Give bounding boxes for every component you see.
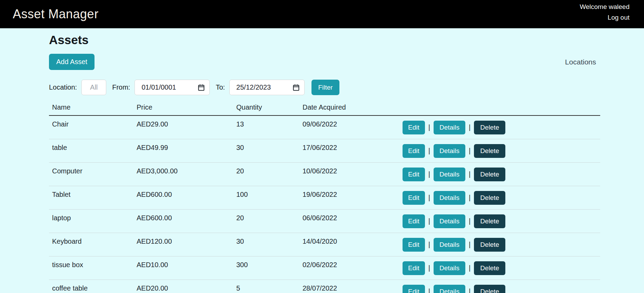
top-nav: Asset Manager Welcome waleed Log out	[0, 0, 644, 28]
delete-button[interactable]: Delete	[474, 144, 505, 158]
table-row: Chair AED29.00 13 09/06/2022 Edit | Deta…	[49, 116, 600, 139]
action-separator: |	[428, 241, 430, 249]
edit-button[interactable]: Edit	[403, 238, 425, 252]
cell-price: AED600.00	[133, 210, 233, 233]
edit-button[interactable]: Edit	[403, 168, 425, 181]
add-asset-button[interactable]: Add Asset	[49, 54, 95, 70]
location-select[interactable]: All	[81, 80, 106, 95]
cell-quantity: 20	[233, 210, 299, 233]
action-separator: |	[428, 170, 430, 178]
table-row: table AED49.99 30 17/06/2022 Edit | Deta…	[49, 139, 600, 163]
edit-button[interactable]: Edit	[403, 191, 425, 205]
table-header-row: Name Price Quantity Date Acquired	[49, 103, 600, 116]
cell-price: AED29.00	[133, 116, 233, 139]
row-actions: Edit | Details | Delete	[403, 280, 600, 293]
cell-name: Computer	[49, 163, 133, 186]
edit-button[interactable]: Edit	[403, 144, 425, 158]
cell-quantity: 100	[233, 186, 299, 209]
cell-name: Tablet	[49, 186, 133, 209]
table-row: laptop AED600.00 20 06/06/2022 Edit | De…	[49, 210, 600, 233]
action-separator: |	[428, 264, 430, 272]
cell-date-acquired: 09/06/2022	[299, 116, 403, 139]
cell-quantity: 30	[233, 139, 299, 162]
action-separator: |	[428, 123, 430, 131]
filter-bar: Location: All From: 01/01/0001 To: 25/12…	[49, 80, 600, 95]
table-row: Computer AED3,000.00 20 10/06/2022 Edit …	[49, 163, 600, 186]
cell-date-acquired: 02/06/2022	[299, 256, 403, 280]
edit-button[interactable]: Edit	[403, 261, 425, 275]
details-button[interactable]: Details	[434, 238, 465, 252]
cell-date-acquired: 28/07/2022	[299, 280, 403, 293]
col-header-name: Name	[49, 103, 133, 111]
cell-date-acquired: 06/06/2022	[299, 210, 403, 233]
delete-button[interactable]: Delete	[474, 191, 505, 205]
delete-button[interactable]: Delete	[474, 168, 505, 181]
to-label: To:	[216, 83, 225, 91]
details-button[interactable]: Details	[434, 144, 465, 158]
action-separator: |	[469, 123, 470, 131]
action-separator: |	[469, 241, 470, 249]
row-actions: Edit | Details | Delete	[403, 139, 600, 162]
action-separator: |	[469, 194, 470, 202]
details-button[interactable]: Details	[434, 168, 465, 181]
page-title: Assets	[49, 33, 600, 47]
cell-name: Keyboard	[49, 233, 133, 256]
col-header-actions	[403, 103, 600, 111]
details-button[interactable]: Details	[434, 261, 465, 275]
to-date-input[interactable]: 25/12/2023	[229, 80, 305, 95]
delete-button[interactable]: Delete	[474, 238, 505, 252]
cell-name: coffee table	[49, 280, 133, 293]
action-separator: |	[428, 217, 430, 225]
actions-row: Add Asset Locations	[49, 54, 600, 70]
action-separator: |	[469, 217, 470, 225]
details-button[interactable]: Details	[434, 191, 465, 205]
cell-name: tissue box	[49, 256, 133, 280]
action-separator: |	[428, 287, 430, 293]
table-row: Tablet AED600.00 100 19/06/2022 Edit | D…	[49, 186, 600, 210]
row-actions: Edit | Details | Delete	[403, 186, 600, 209]
details-button[interactable]: Details	[434, 285, 465, 293]
col-header-price: Price	[133, 103, 233, 111]
cell-name: table	[49, 139, 133, 162]
row-actions: Edit | Details | Delete	[403, 116, 600, 139]
row-actions: Edit | Details | Delete	[403, 233, 600, 256]
calendar-icon[interactable]	[293, 84, 300, 91]
edit-button[interactable]: Edit	[403, 214, 425, 228]
cell-date-acquired: 14/04/2020	[299, 233, 403, 256]
row-actions: Edit | Details | Delete	[403, 256, 600, 280]
cell-quantity: 300	[233, 256, 299, 280]
details-button[interactable]: Details	[434, 214, 465, 228]
details-button[interactable]: Details	[434, 121, 465, 134]
edit-button[interactable]: Edit	[403, 285, 425, 293]
delete-button[interactable]: Delete	[474, 214, 505, 228]
delete-button[interactable]: Delete	[474, 261, 505, 275]
logout-link[interactable]: Log out	[608, 12, 630, 23]
cell-quantity: 20	[233, 163, 299, 186]
from-label: From:	[112, 83, 130, 91]
action-separator: |	[469, 264, 470, 272]
edit-button[interactable]: Edit	[403, 121, 425, 134]
cell-price: AED10.00	[133, 256, 233, 280]
action-separator: |	[469, 147, 470, 155]
from-date-value: 01/01/0001	[141, 83, 176, 91]
delete-button[interactable]: Delete	[474, 121, 505, 134]
welcome-text: Welcome waleed	[580, 1, 630, 12]
calendar-icon[interactable]	[198, 84, 205, 91]
cell-name: laptop	[49, 210, 133, 233]
action-separator: |	[469, 170, 470, 178]
cell-quantity: 5	[233, 280, 299, 293]
cell-date-acquired: 17/06/2022	[299, 139, 403, 162]
action-separator: |	[428, 147, 430, 155]
cell-price: AED20.00	[133, 280, 233, 293]
from-date-input[interactable]: 01/01/0001	[135, 80, 210, 95]
action-separator: |	[428, 194, 430, 202]
row-actions: Edit | Details | Delete	[403, 163, 600, 186]
brand-link[interactable]: Asset Manager	[13, 7, 99, 21]
delete-button[interactable]: Delete	[474, 285, 505, 293]
col-header-quantity: Quantity	[233, 103, 299, 111]
cell-price: AED49.99	[133, 139, 233, 162]
filter-button[interactable]: Filter	[311, 80, 339, 95]
locations-link[interactable]: Locations	[565, 58, 596, 66]
location-label: Location:	[49, 83, 77, 91]
cell-quantity: 13	[233, 116, 299, 139]
